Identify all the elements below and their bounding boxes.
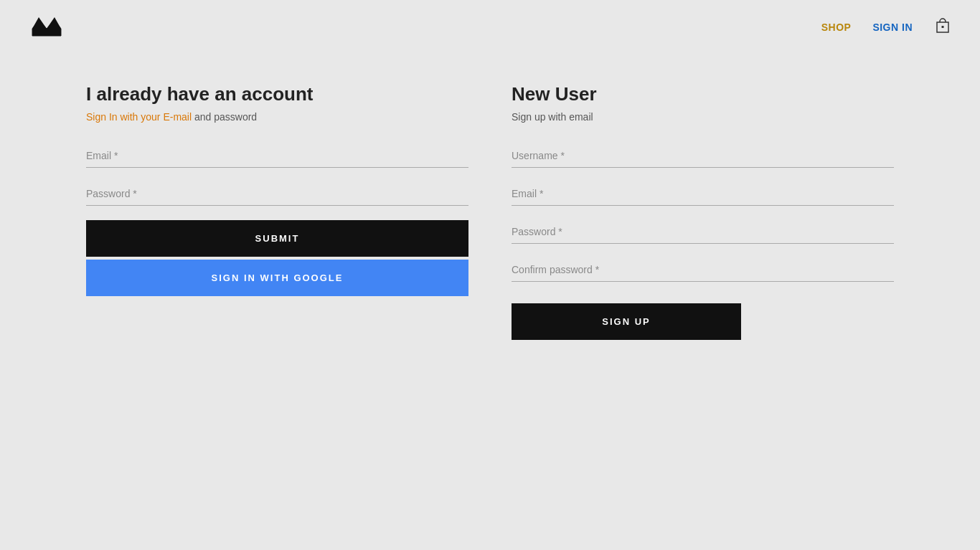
nav-signin-link[interactable]: SIGN IN bbox=[872, 22, 913, 33]
nav-shop-link[interactable]: SHOP bbox=[821, 22, 852, 33]
signup-button[interactable]: SIGN UP bbox=[512, 303, 741, 340]
signin-title: I already have an account bbox=[86, 83, 468, 105]
email-group bbox=[86, 144, 468, 168]
signup-subtitle-text: Sign up with email bbox=[512, 111, 593, 123]
signup-email-input[interactable] bbox=[512, 182, 894, 206]
cart-icon[interactable] bbox=[934, 17, 951, 37]
signup-title: New User bbox=[512, 83, 894, 105]
subtitle-orange-text: Sign In with your E-mail bbox=[86, 111, 192, 123]
svg-rect-2 bbox=[942, 26, 944, 28]
subtitle-dark-text: and password bbox=[192, 111, 257, 123]
nav: SHOP SIGN IN bbox=[821, 17, 951, 37]
svg-marker-0 bbox=[32, 17, 61, 36]
signup-password-input[interactable] bbox=[512, 220, 894, 244]
signup-email-group bbox=[512, 182, 894, 206]
password-group bbox=[86, 182, 468, 206]
confirm-password-group bbox=[512, 258, 894, 282]
password-input[interactable] bbox=[86, 182, 468, 206]
main-content: I already have an account Sign In with y… bbox=[0, 54, 980, 369]
signup-subtitle: Sign up with email bbox=[512, 111, 894, 123]
signin-panel: I already have an account Sign In with y… bbox=[86, 83, 468, 340]
signin-subtitle: Sign In with your E-mail and password bbox=[86, 111, 468, 123]
signup-panel: New User Sign up with email SIGN UP bbox=[512, 83, 894, 340]
header: SHOP SIGN IN bbox=[0, 0, 980, 54]
confirm-password-input[interactable] bbox=[512, 258, 894, 282]
username-input[interactable] bbox=[512, 144, 894, 168]
google-signin-button[interactable]: SIGN IN WITH GOOGLE bbox=[86, 260, 468, 296]
username-group bbox=[512, 144, 894, 168]
signup-password-group bbox=[512, 220, 894, 244]
email-input[interactable] bbox=[86, 144, 468, 168]
submit-button[interactable]: SUBMIT bbox=[86, 220, 468, 257]
logo[interactable] bbox=[29, 13, 65, 42]
